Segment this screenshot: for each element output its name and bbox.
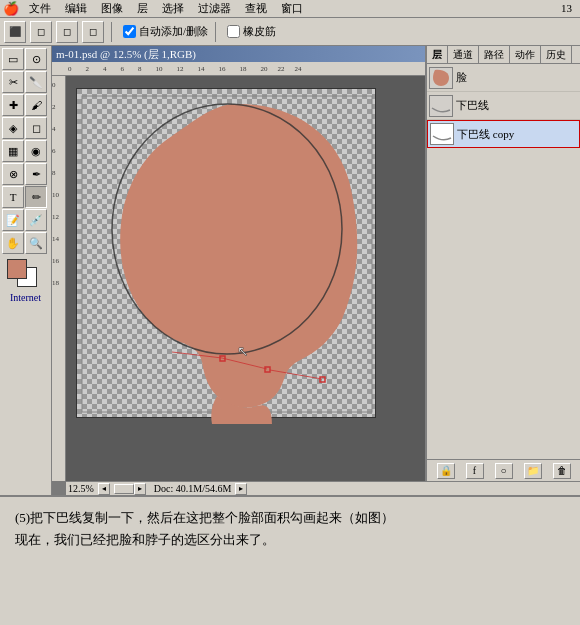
tab-layers[interactable]: 层	[427, 46, 448, 63]
toolbar-btn-3[interactable]: ◻	[56, 21, 78, 43]
toolbar-divider	[111, 22, 112, 42]
tool-eraser[interactable]: ◻	[25, 117, 47, 139]
menu-file[interactable]: 文件	[26, 1, 54, 16]
scroll-left-btn[interactable]: ◂	[98, 483, 110, 495]
rubber-band-checkbox[interactable]	[227, 25, 240, 38]
toolbar: ⬛ ◻ ◻ ◻ 自动添加/删除 橡皮筋	[0, 18, 580, 46]
menu-filter[interactable]: 过滤器	[195, 1, 234, 16]
layers-tabs: 层 通道 路径 动作 历史	[427, 46, 580, 64]
apple-logo: 🍎	[4, 2, 18, 16]
scroll-right-btn[interactable]: ▸	[134, 483, 146, 495]
instruction-line1: (5)把下巴线复制一下，然后在这把整个脸部面积勾画起来（如图）	[15, 507, 565, 529]
menu-select[interactable]: 选择	[159, 1, 187, 16]
menu-bar: 🍎 文件 编辑 图像 层 选择 过滤器 查视 窗口 13	[0, 0, 580, 18]
delete-btn[interactable]: 🗑	[553, 463, 571, 479]
tool-heal[interactable]: ✚	[2, 94, 24, 116]
tool-text[interactable]: T	[2, 186, 24, 208]
tool-crop[interactable]: ✂	[2, 71, 24, 93]
svg-rect-6	[320, 377, 325, 382]
fg-color-swatch[interactable]	[7, 259, 27, 279]
internet-label: Internet	[2, 292, 49, 303]
layer-name-chin: 下巴线	[456, 98, 578, 113]
menu-layer[interactable]: 层	[134, 1, 151, 16]
layers-footer: 🔒 f ○ 📁 🗑	[427, 459, 580, 481]
auto-add-delete-area: 自动添加/删除	[123, 24, 208, 39]
tab-history[interactable]: 历史	[541, 46, 572, 63]
canvas-area[interactable]: m-01.psd @ 12.5% (层 1,RGB) _ □ 0 2 4 6 8…	[52, 46, 580, 495]
tab-actions[interactable]: 动作	[510, 46, 541, 63]
scroll-thumb[interactable]	[114, 484, 134, 494]
layers-panel: 层 通道 路径 动作 历史 脸	[425, 46, 580, 481]
head-silhouette: ↖	[72, 84, 382, 424]
tab-channels[interactable]: 通道	[448, 46, 479, 63]
layer-item-chin-copy[interactable]: 下巴线 copy	[427, 120, 580, 148]
svg-rect-11	[431, 124, 453, 144]
rubber-band-label: 橡皮筋	[243, 24, 276, 39]
lock-btn[interactable]: 🔒	[437, 463, 455, 479]
mask-btn[interactable]: ○	[495, 463, 513, 479]
tool-hand[interactable]: ✋	[2, 232, 24, 254]
auto-add-label: 自动添加/删除	[139, 24, 208, 39]
layer-thumb-face	[429, 67, 453, 89]
tool-stamp[interactable]: ◈	[2, 117, 24, 139]
canvas-title: m-01.psd @ 12.5% (层 1,RGB)	[56, 47, 196, 62]
layer-thumb-chin-copy	[430, 123, 454, 145]
tool-path[interactable]: ✒	[25, 163, 47, 185]
ruler-ticks: 0 2 4 6 8 10 12 14 16 18 20 22 24	[66, 65, 302, 73]
main-area: ▭ ⊙ ✂ 🔪 ✚ 🖌 ◈ ◻ ▦ ◉ ⊗ ✒ T ✏ 📝 💉	[0, 46, 580, 495]
layer-name-face: 脸	[456, 70, 578, 85]
tab-paths[interactable]: 路径	[479, 46, 510, 63]
menu-view[interactable]: 查视	[242, 1, 270, 16]
instruction-line2: 现在，我们已经把脸和脖子的选区分出来了。	[15, 529, 565, 551]
doc-info: Doc: 40.1M/54.6M	[154, 483, 232, 494]
tool-pen[interactable]: ✏	[25, 186, 47, 208]
toolbar-btn-4[interactable]: ◻	[82, 21, 104, 43]
tool-zoom[interactable]: 🔍	[25, 232, 47, 254]
scroll-triangle-btn[interactable]: ▸	[235, 483, 247, 495]
layer-item-chin[interactable]: 下巴线	[427, 92, 580, 120]
tool-slice[interactable]: 🔪	[25, 71, 47, 93]
toolbar-divider-2	[215, 22, 216, 42]
menu-edit[interactable]: 编辑	[62, 1, 90, 16]
bottom-text-area: (5)把下巴线复制一下，然后在这把整个脸部面积勾画起来（如图） 现在，我们已经把…	[0, 495, 580, 625]
svg-rect-10	[430, 96, 452, 116]
canvas-scrollbar-horizontal[interactable]: 12.5% ◂ ▸ Doc: 40.1M/54.6M ▸	[66, 481, 580, 495]
tool-eyedrop[interactable]: 💉	[25, 209, 47, 231]
zoom-level: 12.5%	[68, 483, 94, 494]
rubber-band-area: 橡皮筋	[227, 24, 276, 39]
menu-image[interactable]: 图像	[98, 1, 126, 16]
tool-blur[interactable]: ◉	[25, 140, 47, 162]
ruler-vertical: 0 2 4 6 8 10 12 14 16 18	[52, 76, 66, 481]
layer-item-face[interactable]: 脸	[427, 64, 580, 92]
color-swatches	[2, 259, 49, 289]
auto-add-checkbox[interactable]	[123, 25, 136, 38]
toolbox: ▭ ⊙ ✂ 🔪 ✚ 🖌 ◈ ◻ ▦ ◉ ⊗ ✒ T ✏ 📝 💉	[0, 46, 52, 495]
fx-btn[interactable]: f	[466, 463, 484, 479]
svg-text:↖: ↖	[237, 344, 249, 359]
tool-notes[interactable]: 📝	[2, 209, 24, 231]
layer-thumb-chin	[429, 95, 453, 117]
layer-name-chin-copy: 下巴线 copy	[457, 127, 577, 142]
tool-lasso[interactable]: ⊙	[25, 48, 47, 70]
tool-gradient[interactable]: ▦	[2, 140, 24, 162]
page-number: 13	[561, 2, 572, 14]
tool-marquee[interactable]: ▭	[2, 48, 24, 70]
toolbar-btn-2[interactable]: ◻	[30, 21, 52, 43]
tool-brush[interactable]: 🖌	[25, 94, 47, 116]
menu-window[interactable]: 窗口	[278, 1, 306, 16]
toolbar-btn-1[interactable]: ⬛	[4, 21, 26, 43]
folder-btn[interactable]: 📁	[524, 463, 542, 479]
tool-dodge[interactable]: ⊗	[2, 163, 24, 185]
